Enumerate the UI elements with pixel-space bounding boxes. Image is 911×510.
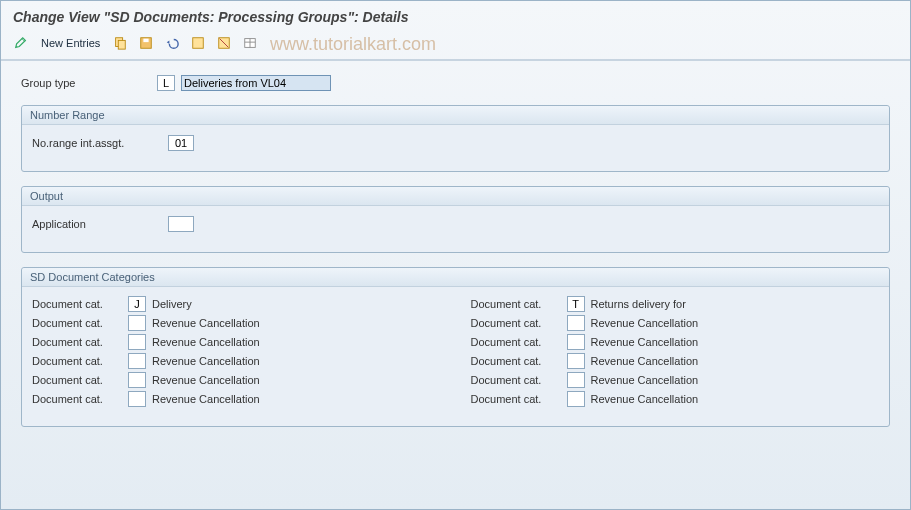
group-type-desc-input[interactable] [181,75,331,91]
doc-cat-row: Document cat.Revenue Cancellation [32,315,441,331]
select-icon[interactable] [188,33,208,53]
number-range-group: Number Range No.range int.assgt. [21,105,890,172]
doc-cat-row: Document cat.Revenue Cancellation [471,391,880,407]
number-range-label: No.range int.assgt. [32,137,162,149]
doc-cat-desc: Delivery [152,298,292,310]
doc-cat-row: Document cat.Revenue Cancellation [32,353,441,369]
doc-cat-desc: Revenue Cancellation [591,393,731,405]
doc-cat-row: Document cat.Revenue Cancellation [32,372,441,388]
doc-cat-label: Document cat. [32,355,122,367]
doc-cat-code-input[interactable] [567,315,585,331]
doc-cat-label: Document cat. [32,374,122,386]
toggle-display-change-icon[interactable] [11,33,31,53]
doc-cat-row: Document cat.Revenue Cancellation [471,372,880,388]
doc-cat-row: Document cat.Revenue Cancellation [471,334,880,350]
deselect-icon[interactable] [214,33,234,53]
svg-rect-4 [193,38,204,49]
doc-cat-desc: Revenue Cancellation [152,393,292,405]
doc-cat-desc: Returns delivery for [591,298,731,310]
doc-cat-desc: Revenue Cancellation [591,317,731,329]
svg-rect-1 [119,40,126,49]
output-title: Output [22,187,889,206]
doc-cat-label: Document cat. [471,393,561,405]
doc-cat-code-input[interactable] [128,353,146,369]
doc-cat-row: Document cat.Revenue Cancellation [471,353,880,369]
save-icon[interactable] [136,33,156,53]
doc-cat-code-input[interactable] [128,372,146,388]
doc-cat-desc: Revenue Cancellation [152,317,292,329]
undo-icon[interactable] [162,33,182,53]
doc-cat-row: Document cat.Revenue Cancellation [32,391,441,407]
group-type-code-input[interactable] [157,75,175,91]
application-label: Application [32,218,162,230]
doc-cat-code-input[interactable] [567,296,585,312]
doc-cat-desc: Revenue Cancellation [591,374,731,386]
doc-cat-label: Document cat. [32,298,122,310]
doc-cat-code-input[interactable] [567,372,585,388]
application-input[interactable] [168,216,194,232]
new-entries-button[interactable]: New Entries [37,35,104,51]
toolbar: New Entries [1,31,910,61]
content-area: Group type Number Range No.range int.ass… [1,61,910,437]
doc-cat-row: Document cat.Revenue Cancellation [32,334,441,350]
group-type-label: Group type [21,77,151,89]
doc-cat-code-input[interactable] [567,391,585,407]
doc-cat-code-input[interactable] [128,296,146,312]
doc-cat-label: Document cat. [32,336,122,348]
doc-cat-desc: Revenue Cancellation [591,355,731,367]
table-view-icon[interactable] [240,33,260,53]
number-range-input[interactable] [168,135,194,151]
page-title: Change View "SD Documents: Processing Gr… [1,1,910,31]
sd-categories-group: SD Document Categories Document cat.Deli… [21,267,890,427]
number-range-title: Number Range [22,106,889,125]
doc-cat-label: Document cat. [471,355,561,367]
sd-categories-title: SD Document Categories [22,268,889,287]
doc-cat-code-input[interactable] [128,391,146,407]
doc-cat-code-input[interactable] [567,353,585,369]
doc-cat-desc: Revenue Cancellation [152,355,292,367]
svg-rect-3 [144,39,149,43]
doc-cat-label: Document cat. [32,317,122,329]
doc-cat-label: Document cat. [32,393,122,405]
doc-cat-label: Document cat. [471,336,561,348]
doc-cat-row: Document cat.Revenue Cancellation [471,315,880,331]
doc-cat-code-input[interactable] [567,334,585,350]
doc-cat-code-input[interactable] [128,315,146,331]
doc-cat-desc: Revenue Cancellation [152,374,292,386]
copy-icon[interactable] [110,33,130,53]
output-group: Output Application [21,186,890,253]
doc-cat-row: Document cat.Returns delivery for [471,296,880,312]
doc-cat-desc: Revenue Cancellation [152,336,292,348]
doc-cat-label: Document cat. [471,317,561,329]
doc-cat-label: Document cat. [471,374,561,386]
doc-cat-row: Document cat.Delivery [32,296,441,312]
doc-cat-code-input[interactable] [128,334,146,350]
group-type-row: Group type [21,75,890,91]
doc-cat-label: Document cat. [471,298,561,310]
doc-cat-desc: Revenue Cancellation [591,336,731,348]
